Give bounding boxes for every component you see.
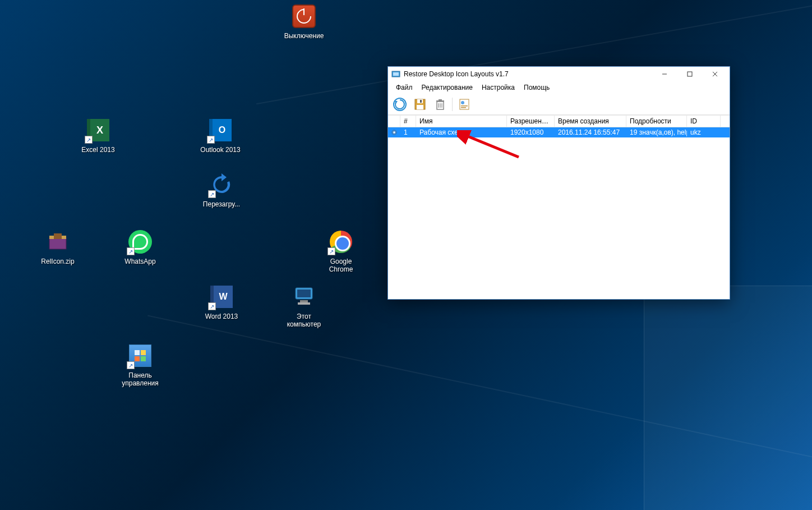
- svg-rect-2: [54, 233, 62, 239]
- row-icon: [388, 128, 400, 136]
- toolbar: [388, 94, 730, 115]
- table-row[interactable]: 1 Рабочая схема 1920x1080 2016.11.24 16:…: [388, 127, 730, 137]
- list-body: 1 Рабочая схема 1920x1080 2016.11.24 16:…: [388, 127, 730, 299]
- desktop-icon-shutdown[interactable]: Выключение: [279, 3, 329, 40]
- desktop-icon-outlook[interactable]: O↗ Outlook 2013: [195, 117, 246, 154]
- winrar-icon: [46, 230, 70, 254]
- svg-rect-6: [298, 302, 310, 305]
- shortcut-arrow-icon: ↗: [207, 136, 215, 144]
- svg-rect-5: [300, 300, 308, 302]
- svg-rect-0: [49, 238, 66, 249]
- row-name: Рабочая схема: [416, 128, 507, 137]
- svg-point-34: [393, 131, 395, 133]
- svg-rect-8: [141, 350, 146, 355]
- toolbar-save-button[interactable]: [412, 96, 428, 113]
- desktop-icon-label: Word 2013: [196, 313, 247, 320]
- desktop-icon-label: Этоткомпьютер: [279, 313, 329, 329]
- shortcut-arrow-icon: ↗: [327, 247, 335, 255]
- desktop-icon-word[interactable]: W↗ Word 2013: [196, 283, 247, 320]
- desktop-icon-label: Перезагру...: [196, 200, 247, 208]
- app-icon: [391, 70, 400, 79]
- desktop-icon-whatsapp[interactable]: ↗ WhatsApp: [115, 228, 165, 265]
- shortcut-arrow-icon: ↗: [208, 190, 216, 198]
- svg-rect-28: [439, 99, 442, 100]
- shortcut-arrow-icon: ↗: [127, 361, 135, 369]
- svg-rect-22: [420, 100, 422, 103]
- app-window: Restore Desktop Icon Layouts v1.7 Файл Р…: [387, 66, 730, 300]
- column-header-id[interactable]: ID: [687, 116, 721, 127]
- desktop-icon-chrome[interactable]: ↗ GoogleChrome: [316, 228, 366, 274]
- desktop-icon-excel[interactable]: X↗ Excel 2013: [73, 117, 123, 154]
- menubar: Файл Редактирование Настройка Помощь: [388, 81, 730, 94]
- desktop-icon-label: Выключение: [279, 32, 329, 40]
- svg-rect-9: [135, 356, 140, 361]
- bg-beam: [644, 286, 812, 510]
- menu-settings[interactable]: Настройка: [477, 82, 519, 93]
- toolbar-properties-button[interactable]: [456, 96, 473, 113]
- column-header-name[interactable]: Имя: [416, 116, 507, 127]
- maximize-button[interactable]: [677, 67, 702, 81]
- shortcut-arrow-icon: ↗: [208, 302, 216, 310]
- desktop-icon-relcon-zip[interactable]: RelIcon.zip: [33, 228, 83, 265]
- row-created: 2016.11.24 16:55:47: [555, 128, 626, 137]
- column-header-icon[interactable]: [388, 116, 400, 127]
- row-resolution: 1920x1080: [507, 128, 555, 137]
- column-header-details[interactable]: Подробности: [626, 116, 687, 127]
- svg-rect-7: [135, 350, 140, 355]
- row-details: 19 значк(а,ов), help: [626, 128, 687, 137]
- menu-edit[interactable]: Редактирование: [417, 82, 477, 93]
- toolbar-separator: [452, 98, 453, 111]
- window-title: Restore Desktop Icon Layouts v1.7: [404, 70, 652, 78]
- menu-file[interactable]: Файл: [391, 82, 417, 93]
- computer-icon: [292, 287, 316, 307]
- toolbar-delete-button[interactable]: [432, 96, 449, 113]
- svg-rect-12: [393, 72, 399, 76]
- desktop-icon-label: WhatsApp: [115, 258, 165, 265]
- desktop-icon-reload[interactable]: ↗ Перезагру...: [196, 171, 247, 208]
- menu-help[interactable]: Помощь: [519, 82, 554, 93]
- desktop-icon-label: GoogleChrome: [316, 258, 366, 274]
- svg-rect-4: [297, 290, 311, 297]
- desktop-icon-label: Excel 2013: [73, 146, 123, 154]
- desktop-icon-label: RelIcon.zip: [33, 258, 83, 265]
- column-header-created[interactable]: Время создания: [555, 116, 626, 127]
- minimize-button[interactable]: [652, 67, 677, 81]
- row-id: ukz: [687, 128, 721, 137]
- svg-rect-10: [141, 356, 146, 361]
- svg-rect-32: [461, 107, 466, 108]
- shortcut-arrow-icon: ↗: [85, 136, 93, 144]
- row-num: 1: [400, 128, 416, 137]
- column-header-num[interactable]: #: [400, 116, 416, 127]
- list-header: # Имя Разрешение ... Время создания Подр…: [388, 115, 730, 127]
- desktop-icon-label: Outlook 2013: [195, 146, 246, 154]
- svg-rect-14: [688, 72, 692, 76]
- shortcut-arrow-icon: ↗: [127, 247, 135, 255]
- svg-rect-27: [436, 100, 444, 102]
- power-icon: [292, 4, 316, 28]
- column-header-resolution[interactable]: Разрешение ...: [507, 116, 555, 127]
- close-button[interactable]: [702, 67, 727, 81]
- svg-point-30: [461, 101, 464, 104]
- desktop-icon-control-panel[interactable]: ↗ Панельуправления: [115, 342, 165, 388]
- titlebar[interactable]: Restore Desktop Icon Layouts v1.7: [388, 67, 730, 81]
- toolbar-restore-button[interactable]: [391, 96, 408, 113]
- svg-rect-21: [417, 105, 423, 109]
- svg-rect-31: [461, 105, 468, 107]
- desktop-icon-label: Панельуправления: [115, 371, 165, 388]
- desktop-icon-this-pc[interactable]: Этоткомпьютер: [279, 283, 329, 329]
